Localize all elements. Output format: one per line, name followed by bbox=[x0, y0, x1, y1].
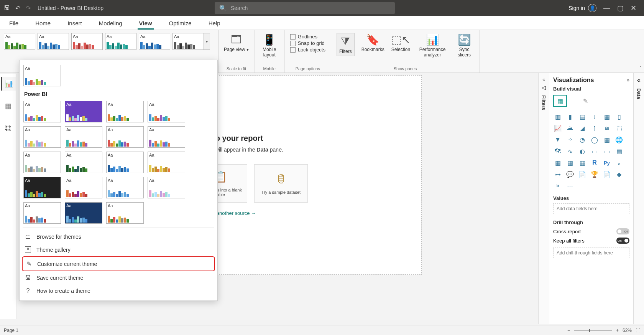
zoom-in-icon[interactable]: + bbox=[616, 328, 619, 333]
map-icon[interactable]: 🌐 bbox=[614, 135, 624, 144]
multi-card-icon[interactable]: ▭ bbox=[602, 147, 611, 155]
waterfall-icon[interactable]: ⬚ bbox=[614, 124, 624, 132]
menu-modeling[interactable]: Modeling bbox=[97, 18, 124, 30]
stacked-bar-icon[interactable]: ▥ bbox=[553, 112, 562, 121]
azure-map-icon[interactable]: ∿ bbox=[565, 147, 575, 155]
model-view-icon[interactable]: ⿻ bbox=[1, 121, 16, 135]
drill-well[interactable]: Add drill-through fields here bbox=[553, 248, 629, 258]
filters-pane-button[interactable]: ⧩ Filters bbox=[337, 33, 355, 56]
line-column-icon[interactable]: ⫿̲ bbox=[590, 124, 599, 132]
theme-swatch[interactable]: Aa bbox=[23, 126, 61, 148]
undo-icon[interactable]: ↶ bbox=[15, 5, 20, 12]
page-label[interactable]: Page 1 bbox=[4, 328, 18, 333]
theme-swatch[interactable]: Aa bbox=[148, 177, 185, 198]
search-box[interactable]: 🔍 Search bbox=[215, 2, 395, 14]
donut-icon[interactable]: ◯ bbox=[590, 135, 599, 144]
tile-sample[interactable]: 🛢Try a sample dataset bbox=[254, 164, 308, 203]
keep-filters-toggle[interactable]: On bbox=[616, 238, 629, 244]
theme-swatch[interactable]: Aa bbox=[172, 33, 204, 50]
clustered-column-icon[interactable]: ⫿ bbox=[590, 112, 599, 121]
100-column-icon[interactable]: ▯ bbox=[614, 112, 624, 121]
area-chart-icon[interactable]: ⛰ bbox=[565, 124, 575, 132]
zoom-out-icon[interactable]: − bbox=[567, 328, 570, 333]
minimize-icon[interactable]: — bbox=[603, 4, 610, 12]
filled-map-icon[interactable]: 🗺 bbox=[553, 147, 562, 155]
smart-narrative-icon[interactable]: 📄 bbox=[578, 170, 587, 178]
theme-swatch[interactable]: Aa bbox=[23, 101, 61, 122]
customize-theme[interactable]: ✎Customize current theme bbox=[22, 256, 215, 271]
theme-swatch[interactable]: Aa bbox=[139, 33, 170, 50]
table-icon[interactable]: ▦ bbox=[565, 158, 575, 167]
menu-file[interactable]: File bbox=[8, 18, 20, 30]
themes-dropdown-arrow[interactable]: ▾ bbox=[204, 33, 210, 50]
stacked-area-icon[interactable]: ◢ bbox=[578, 124, 587, 132]
slicer-icon[interactable]: ▦ bbox=[553, 158, 562, 167]
sync-slicers-button[interactable]: 🔄 Sync slicers bbox=[455, 33, 474, 58]
menu-optimize[interactable]: Optimize bbox=[168, 18, 193, 30]
theme-swatch[interactable]: Aa bbox=[106, 101, 144, 122]
data-collapsed-tab[interactable]: « Data bbox=[633, 73, 644, 324]
power-automate-icon[interactable]: » bbox=[553, 182, 562, 190]
theme-swatch[interactable]: Aa bbox=[105, 33, 136, 50]
line-chart-icon[interactable]: 📈 bbox=[553, 124, 562, 132]
theme-swatch[interactable]: Aa bbox=[65, 101, 102, 122]
expand-filters-icon[interactable]: « bbox=[542, 77, 545, 82]
paginated-icon[interactable]: 📄 bbox=[602, 170, 611, 178]
100-bar-icon[interactable]: ▦ bbox=[602, 112, 611, 121]
expand-data-icon[interactable]: « bbox=[637, 77, 641, 84]
theme-swatch[interactable]: Aa bbox=[106, 177, 144, 198]
theme-swatch[interactable]: Aa bbox=[148, 126, 185, 148]
snap-checkbox[interactable]: Snap to grid bbox=[290, 40, 325, 46]
py-visual-icon[interactable]: Py bbox=[602, 158, 611, 167]
gauge-icon[interactable]: ◐ bbox=[578, 147, 587, 155]
scatter-icon[interactable]: ⁘ bbox=[565, 135, 575, 144]
save-theme[interactable]: 🖫Save current theme bbox=[22, 271, 215, 284]
signin-button[interactable]: Sign in 👤 bbox=[568, 4, 596, 12]
filters-collapsed-tab[interactable]: « ◁ Filters bbox=[538, 73, 549, 324]
matrix-icon[interactable]: ▦ bbox=[578, 158, 587, 167]
card-icon[interactable]: ▭ bbox=[590, 147, 599, 155]
treemap-icon[interactable]: ▦ bbox=[602, 135, 611, 144]
theme-swatch[interactable]: Aa bbox=[4, 33, 35, 50]
theme-gallery[interactable]: 🄰Theme gallery bbox=[22, 243, 215, 256]
theme-swatch[interactable]: Aa bbox=[23, 177, 61, 198]
cross-report-toggle[interactable]: Off bbox=[616, 228, 629, 234]
theme-swatch[interactable]: Aa bbox=[23, 65, 61, 86]
menu-insert[interactable]: Insert bbox=[66, 18, 84, 30]
decomposition-icon[interactable]: ⊶ bbox=[553, 170, 562, 178]
theme-swatch[interactable]: Aa bbox=[106, 152, 144, 173]
r-visual-icon[interactable]: R bbox=[590, 158, 599, 167]
howto-theme[interactable]: ?How to create a theme bbox=[22, 284, 215, 297]
theme-swatch[interactable]: Aa bbox=[23, 202, 61, 224]
stacked-column-icon[interactable]: ▮ bbox=[565, 112, 575, 121]
zoom-slider[interactable] bbox=[574, 330, 612, 331]
menu-home[interactable]: Home bbox=[34, 18, 52, 30]
data-view-icon[interactable]: ▦ bbox=[1, 99, 16, 113]
redo-icon[interactable]: ↷ bbox=[26, 5, 31, 12]
perf-analyzer-button[interactable]: 📊 Performance analyzer bbox=[417, 33, 448, 58]
theme-swatch[interactable]: Aa bbox=[106, 202, 144, 224]
menu-help[interactable]: Help bbox=[207, 18, 222, 30]
bookmarks-button[interactable]: 🔖 Bookmarks bbox=[361, 33, 384, 52]
theme-swatch[interactable]: Aa bbox=[106, 126, 144, 148]
report-view-icon[interactable]: 📊 bbox=[1, 77, 16, 91]
build-visual-tab[interactable]: ▦ bbox=[553, 95, 567, 107]
theme-swatch[interactable]: Aa bbox=[71, 33, 103, 50]
pie-icon[interactable]: ◔ bbox=[578, 135, 587, 144]
theme-swatch[interactable]: Aa bbox=[65, 202, 102, 224]
maximize-icon[interactable]: ▢ bbox=[617, 4, 624, 12]
mobile-layout-button[interactable]: 📱 Mobile layout bbox=[260, 33, 279, 58]
key-influencers-icon[interactable]: ⫰ bbox=[614, 158, 624, 167]
theme-swatch[interactable]: Aa bbox=[23, 152, 61, 173]
kpi-icon[interactable]: ▤ bbox=[614, 147, 624, 155]
values-well[interactable]: Add data fields here bbox=[553, 203, 629, 214]
selection-button[interactable]: ⬚↖ Selection bbox=[391, 33, 410, 52]
lock-checkbox[interactable]: Lock objects bbox=[290, 47, 325, 53]
fit-page-icon[interactable]: ⛶ bbox=[636, 328, 640, 333]
clustered-bar-icon[interactable]: ▤ bbox=[578, 112, 587, 121]
funnel-icon[interactable]: ▼ bbox=[553, 135, 562, 144]
ribbon-chart-icon[interactable]: ≋ bbox=[602, 124, 611, 132]
gridlines-checkbox[interactable]: Gridlines bbox=[290, 34, 325, 40]
ribbon-collapse-icon[interactable]: ˄ bbox=[639, 66, 642, 71]
theme-swatch[interactable]: Aa bbox=[148, 152, 185, 173]
